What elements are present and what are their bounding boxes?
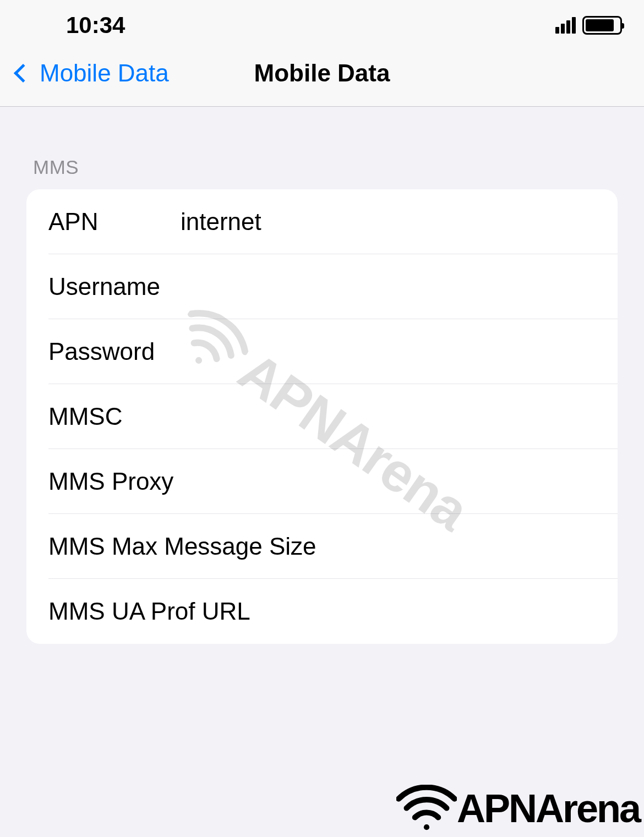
- settings-row-password[interactable]: Password: [48, 319, 618, 384]
- status-icons: [555, 16, 622, 35]
- password-input[interactable]: [181, 338, 618, 365]
- page-title: Mobile Data: [254, 59, 390, 87]
- settings-row-apn[interactable]: APN: [48, 189, 618, 254]
- chevron-left-icon: [14, 64, 32, 83]
- row-label: MMS Max Message Size: [48, 533, 316, 560]
- mms-max-size-input[interactable]: [316, 533, 618, 560]
- navigation-bar: Mobile Data Mobile Data: [0, 44, 644, 107]
- battery-icon: [582, 16, 622, 35]
- apn-input[interactable]: [181, 208, 618, 236]
- mms-proxy-input[interactable]: [181, 468, 618, 495]
- wifi-icon: [396, 785, 457, 831]
- row-label: MMS Proxy: [48, 468, 181, 495]
- row-label: Password: [48, 338, 181, 365]
- back-button-label: Mobile Data: [40, 59, 169, 87]
- settings-row-mmsc[interactable]: MMSC: [48, 384, 618, 449]
- settings-row-username[interactable]: Username: [48, 254, 618, 319]
- settings-row-mms-max-size[interactable]: MMS Max Message Size: [48, 514, 618, 579]
- brand-footer-text: APNArena: [457, 786, 640, 831]
- status-bar: 10:34: [0, 0, 644, 44]
- settings-row-mms-proxy[interactable]: MMS Proxy: [48, 449, 618, 514]
- row-label: MMSC: [48, 403, 181, 430]
- status-time: 10:34: [22, 12, 125, 39]
- cellular-signal-icon: [555, 17, 576, 34]
- back-button[interactable]: Mobile Data: [11, 59, 169, 87]
- row-label: Username: [48, 273, 181, 300]
- content-area: MMS APN Username Password MMSC MMS Proxy…: [0, 107, 644, 644]
- brand-footer: APNArena: [392, 779, 644, 837]
- mmsc-input[interactable]: [181, 403, 618, 430]
- section-header-mms: MMS: [26, 107, 618, 189]
- row-label: MMS UA Prof URL: [48, 598, 250, 625]
- settings-group-mms: APN Username Password MMSC MMS Proxy MMS…: [26, 189, 618, 644]
- row-label: APN: [48, 208, 181, 236]
- mms-ua-prof-input[interactable]: [250, 598, 618, 625]
- username-input[interactable]: [181, 273, 618, 300]
- settings-row-mms-ua-prof[interactable]: MMS UA Prof URL: [48, 579, 618, 644]
